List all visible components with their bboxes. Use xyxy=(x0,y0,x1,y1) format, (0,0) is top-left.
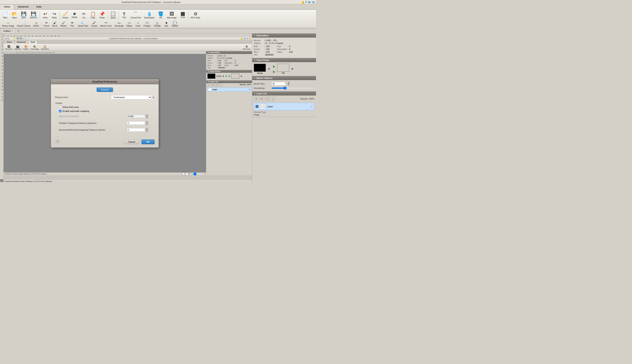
tab-advanced[interactable]: Advanced xyxy=(14,4,32,9)
color-picker-header[interactable]: ▼ Color Picker xyxy=(252,58,316,62)
cancel-button[interactable]: Cancel xyxy=(124,140,139,144)
linkedin-icon[interactable]: in xyxy=(312,0,315,4)
inner-tab-advanced[interactable]: Advanced xyxy=(15,40,28,44)
inner-fill-swatch[interactable] xyxy=(231,74,239,79)
delete-button[interactable]: ✖ Delete xyxy=(70,10,79,20)
polygon-button[interactable]: ⬡ Polygon xyxy=(142,21,152,27)
copy-button[interactable]: 📋 Copy xyxy=(89,10,97,20)
rotation-down[interactable]: ▼ xyxy=(145,123,149,126)
layer-add-button[interactable]: + xyxy=(254,96,259,101)
brush-size-input[interactable] xyxy=(271,82,285,86)
help-button[interactable]: ? xyxy=(55,140,60,144)
open-button[interactable]: 📂 Open xyxy=(10,10,19,20)
inner-layer-down[interactable]: ↓ xyxy=(219,84,223,87)
like-icon[interactable]: 👍 xyxy=(301,0,304,4)
smoothing-slider[interactable] xyxy=(271,88,314,89)
twitter-icon[interactable]: 🐦 xyxy=(308,0,311,4)
redo-button[interactable]: ↪ Redo xyxy=(50,10,59,20)
pencil-button[interactable]: ✏ Pencil xyxy=(42,21,50,27)
doc-tab-untitled[interactable]: Untitled ✕ xyxy=(1,29,16,33)
inner-tab-home[interactable]: Home xyxy=(5,40,14,44)
star-button[interactable]: ★ Star xyxy=(162,21,170,27)
default-units-select[interactable]: Centimeters Pixels Inches Millimeters xyxy=(111,95,152,100)
layer-copy-button[interactable]: ⬚ xyxy=(265,96,270,101)
grid-line-input[interactable] xyxy=(127,114,145,118)
grid-line-down[interactable]: ▼ xyxy=(145,116,149,119)
crop-button[interactable]: ⬛ Crop xyxy=(178,10,187,20)
fill-dropdown[interactable]: ▼ xyxy=(291,67,294,71)
inner-dreamplan[interactable]: 🏠DreamPlan xyxy=(40,45,50,50)
ok-button[interactable]: OK xyxy=(141,140,155,144)
inner-arrow-right2[interactable]: ➤ xyxy=(228,74,231,78)
movement-up[interactable]: ▲ xyxy=(145,128,149,130)
pen-button[interactable]: ✒ Pen xyxy=(68,21,76,27)
show-grid-lines-checkbox[interactable] xyxy=(59,106,61,108)
fill-button[interactable]: 🪣 Fill xyxy=(156,10,165,20)
undo-button[interactable]: ↩ Undo xyxy=(41,10,50,20)
marker-options-header[interactable]: ▼ Marker Options xyxy=(252,76,316,80)
tab-home[interactable]: Home xyxy=(0,4,14,10)
facebook-icon[interactable]: f xyxy=(305,0,306,4)
inner-pixillion[interactable]: 🎨Pixillion xyxy=(23,45,30,50)
inner-color-dropdown[interactable]: ▼ xyxy=(222,75,224,77)
save-button[interactable]: 💾 Save xyxy=(19,10,28,20)
arrow-up-icon[interactable]: ➤ xyxy=(272,64,276,69)
inner-tab-suite[interactable]: Suite xyxy=(28,40,37,44)
inner-stroke-swatch[interactable] xyxy=(207,74,215,79)
fill-swatch[interactable] xyxy=(277,64,289,72)
doc-tab-add[interactable]: + xyxy=(16,29,20,33)
layer-move-button[interactable]: ↓ xyxy=(271,96,275,101)
marker-button[interactable]: 🖊 Marker xyxy=(59,21,68,27)
inner-photopad[interactable]: 🖼PhotoPad xyxy=(5,45,13,50)
brush-size-down[interactable]: ▼ xyxy=(287,84,290,86)
triangle-button[interactable]: △ Triangle xyxy=(152,21,162,27)
brush-size-up[interactable]: ▲ xyxy=(287,82,290,84)
stroke-dropdown[interactable]: ▼ xyxy=(267,67,271,71)
text-button[interactable]: T Text xyxy=(120,10,129,20)
inner-layer-delete[interactable]: ✕ xyxy=(211,84,215,87)
layer-list-header[interactable]: ▼ Layer List xyxy=(252,92,316,96)
spray-paint-button[interactable]: 💨 Spray Paint xyxy=(77,21,89,27)
inner-nch-suite[interactable]: ⚙NCH Suite xyxy=(242,45,251,50)
rectangle-button[interactable]: ▭ Rectangle xyxy=(113,21,125,27)
stroke-swatch[interactable] xyxy=(254,64,266,72)
inner-layer-add[interactable]: + xyxy=(207,84,211,87)
layer-delete-button[interactable]: ✕ xyxy=(259,96,264,101)
tab-suite[interactable]: Suite xyxy=(32,4,45,9)
inner-layer-item[interactable]: Layer ✓ xyxy=(207,88,251,92)
new-button[interactable]: 📄 New xyxy=(1,10,10,20)
inner-videopad[interactable]: 🎬VideoPad xyxy=(14,45,22,50)
enable-snapping-checkbox[interactable] xyxy=(59,110,61,112)
circle-button[interactable]: ○ Circle xyxy=(134,21,142,27)
grid-line-up[interactable]: ▲ xyxy=(145,114,149,116)
rotation-input[interactable] xyxy=(127,121,145,125)
movement-input[interactable] xyxy=(127,128,145,132)
bezier-curve-button[interactable]: 〜 Bezier Curve xyxy=(99,21,113,27)
resize-image-button[interactable]: ↔ Resize Image xyxy=(1,21,16,27)
distort-button[interactable]: ◇ Distort xyxy=(32,21,40,27)
layer-item[interactable]: − Layer ✓ xyxy=(254,103,314,110)
information-header[interactable]: ▼ Information xyxy=(252,34,316,38)
resize-canvas-button[interactable]: ⬜ Resize Canvas xyxy=(16,21,32,27)
crayon-button[interactable]: 🖍 Crayon xyxy=(90,21,99,27)
inner-layer-copy[interactable]: ⬚ xyxy=(215,84,219,87)
movement-down[interactable]: ▼ xyxy=(145,130,149,132)
nch-suite-button[interactable]: ⚙ NCH Suite xyxy=(189,10,202,20)
add-image-button[interactable]: 🖼 Add Image xyxy=(166,10,178,20)
eyedropper-button[interactable]: 💧 Eyedropper xyxy=(143,10,156,20)
doc-tab-close[interactable]: ✕ xyxy=(12,30,13,32)
inner-fill-dropdown[interactable]: ▼ xyxy=(240,75,242,77)
ellipse-button[interactable]: ⬭ Ellipse xyxy=(125,21,133,27)
brush-button[interactable]: 🖌 Brush xyxy=(51,21,59,27)
dialog-tab-general[interactable]: General xyxy=(97,88,113,92)
curved-text-button[interactable]: ⌒ Curved Text xyxy=(129,10,142,20)
layer-visible-check[interactable]: ✓ xyxy=(311,105,312,108)
inner-photostage[interactable]: 🎭PhotoStage xyxy=(30,45,40,50)
cut-button[interactable]: ✂ Cut xyxy=(79,10,88,20)
rotation-up[interactable]: ▲ xyxy=(145,121,149,123)
inner-arrow-right1[interactable]: ➤ xyxy=(225,74,227,78)
save-as-button[interactable]: 💾 Save As xyxy=(29,10,39,20)
eraser-button[interactable]: 🧹 Eraser xyxy=(61,10,70,20)
paste-button[interactable]: 📌 Paste xyxy=(98,10,107,20)
arrow-down-icon[interactable]: ➤ xyxy=(272,69,276,74)
